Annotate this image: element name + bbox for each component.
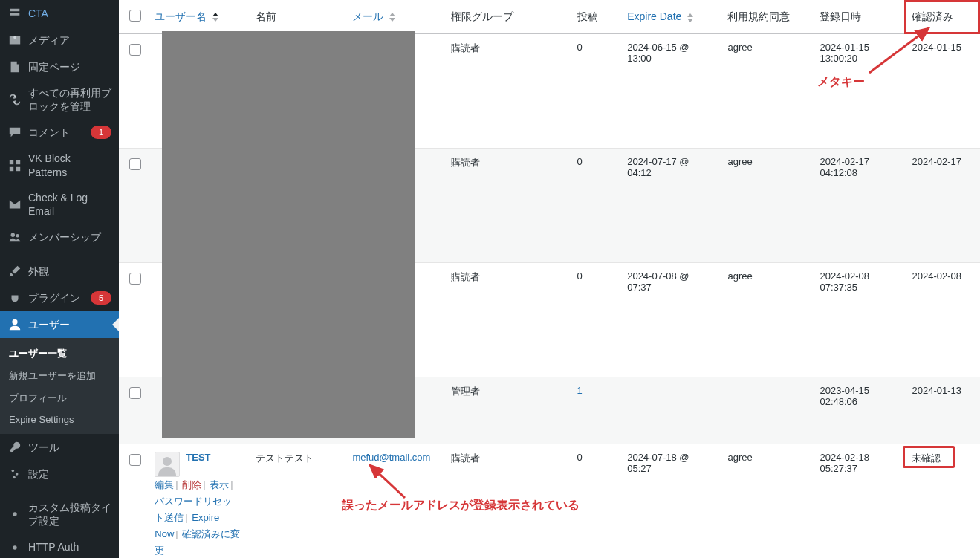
row-checkbox[interactable] bbox=[129, 387, 141, 399]
brush-icon bbox=[7, 264, 22, 279]
sort-indicator-icon bbox=[389, 12, 395, 22]
cell-confirmed: 2024-02-17 bbox=[904, 149, 980, 263]
email-link[interactable]: mefud@tmail.com bbox=[352, 452, 430, 463]
cell-role: 購読者 bbox=[444, 444, 569, 559]
cell-confirmed: 2024-01-13 bbox=[904, 377, 980, 444]
submenu-users-expire[interactable]: Expire Settings bbox=[0, 409, 119, 429]
table-row: TEST 編集| 削除| 表示| パスワードリセット送信| Expire Now… bbox=[119, 444, 980, 559]
submenu-users-profile[interactable]: プロフィール bbox=[0, 387, 119, 409]
sidebar-item-label: コメント bbox=[28, 126, 88, 139]
svg-point-11 bbox=[13, 513, 16, 516]
sidebar-item-http-auth[interactable]: HTTP Auth bbox=[0, 534, 119, 559]
row-checkbox[interactable] bbox=[129, 44, 141, 56]
sidebar-item-membership[interactable]: メンバーシップ bbox=[0, 224, 119, 250]
cell-registered: 2024-02-08 07:37:35 bbox=[812, 263, 904, 377]
cell-posts: 0 bbox=[570, 149, 620, 263]
sidebar-item-reusable[interactable]: すべての再利用ブロックを管理 bbox=[0, 80, 119, 119]
reusable-icon bbox=[7, 92, 22, 107]
posts-link[interactable]: 1 bbox=[577, 385, 583, 396]
page-icon bbox=[7, 59, 22, 74]
svg-point-6 bbox=[16, 234, 19, 238]
sidebar-item-users[interactable]: ユーザー bbox=[0, 311, 119, 338]
action-edit[interactable]: 編集 bbox=[155, 479, 174, 490]
username-link[interactable]: TEST bbox=[186, 452, 210, 463]
header-registered[interactable]: 登録日時 bbox=[812, 0, 904, 34]
cell-username: TEST 編集| 削除| 表示| パスワードリセット送信| Expire Now… bbox=[147, 444, 247, 559]
row-checkbox[interactable] bbox=[129, 158, 141, 170]
cell-agree: agree bbox=[720, 149, 812, 263]
cell-agree: agree bbox=[720, 444, 812, 559]
plugin-icon bbox=[7, 291, 22, 305]
sidebar-item-label: カスタム投稿タイプ設定 bbox=[28, 501, 111, 528]
header-agree[interactable]: 利用規約同意 bbox=[720, 0, 812, 34]
sidebar-item-email-log[interactable]: Check & Log Email bbox=[0, 185, 119, 224]
header-username-link[interactable]: ユーザー名 bbox=[155, 10, 207, 22]
sidebar-item-media[interactable]: メディア bbox=[0, 27, 119, 53]
sidebar-item-vk[interactable]: VK Block Patterns bbox=[0, 146, 119, 184]
submenu-users-list[interactable]: ユーザー一覧 bbox=[0, 343, 119, 365]
user-icon bbox=[7, 317, 22, 332]
sidebar-item-plugins[interactable]: プラグイン5 bbox=[0, 285, 119, 311]
comment-icon bbox=[7, 125, 22, 140]
comments-badge: 1 bbox=[91, 126, 111, 139]
header-email-link[interactable]: メール bbox=[352, 10, 383, 22]
sidebar-item-label: CTA bbox=[28, 7, 111, 20]
cell-registered: 2024-02-18 05:27:37 bbox=[812, 444, 904, 559]
sidebar-item-appearance[interactable]: 外観 bbox=[0, 258, 119, 285]
cell-posts: 0 bbox=[570, 263, 620, 377]
row-actions: 編集| 削除| 表示| パスワードリセット送信| Expire Now| 確認済… bbox=[155, 477, 240, 558]
sidebar-item-label: 外観 bbox=[28, 265, 111, 278]
cell-registered: 2024-02-17 04:12:08 bbox=[812, 149, 904, 263]
cell-posts: 1 bbox=[570, 377, 620, 444]
sidebar-item-label: Check & Log Email bbox=[28, 191, 111, 218]
header-email[interactable]: メール bbox=[345, 0, 444, 34]
header-expire[interactable]: Expire Date bbox=[620, 0, 720, 34]
header-confirmed[interactable]: 確認済み bbox=[904, 0, 980, 34]
gear-icon bbox=[7, 540, 22, 555]
action-delete[interactable]: 削除 bbox=[182, 479, 201, 490]
sidebar-item-cta[interactable]: CTA bbox=[0, 0, 119, 27]
sidebar-item-settings[interactable]: 設定 bbox=[0, 461, 119, 487]
sidebar-item-pages[interactable]: 固定ページ bbox=[0, 53, 119, 80]
sidebar-item-tools[interactable]: ツール bbox=[0, 434, 119, 461]
sidebar-item-label: プラグイン bbox=[28, 291, 88, 305]
svg-point-5 bbox=[11, 233, 15, 237]
cell-role: 購読者 bbox=[444, 149, 569, 263]
sidebar-item-label: メンバーシップ bbox=[28, 230, 111, 244]
sort-indicator-icon bbox=[212, 12, 218, 22]
users-list-content: ユーザー名 名前 メール 権限グループ 投稿 Expire Date 利用規約同… bbox=[119, 0, 980, 558]
gear-icon bbox=[7, 507, 22, 522]
header-name[interactable]: 名前 bbox=[248, 0, 345, 34]
sidebar-item-label: VK Block Patterns bbox=[28, 152, 111, 178]
table-header-row: ユーザー名 名前 メール 権限グループ 投稿 Expire Date 利用規約同… bbox=[119, 0, 980, 34]
sidebar-item-label: 設定 bbox=[28, 467, 111, 481]
sidebar-submenu-users: ユーザー一覧 新規ユーザーを追加 プロフィール Expire Settings bbox=[0, 338, 119, 434]
svg-rect-1 bbox=[10, 160, 13, 163]
header-posts[interactable]: 投稿 bbox=[570, 0, 620, 34]
cell-role: 購読者 bbox=[444, 263, 569, 377]
cell-registered: 2024-01-15 13:00:20 bbox=[812, 34, 904, 149]
sidebar-item-label: メディア bbox=[28, 33, 111, 47]
row-checkbox[interactable] bbox=[129, 454, 141, 466]
sidebar-item-cpt[interactable]: カスタム投稿タイプ設定 bbox=[0, 495, 119, 533]
header-expire-link[interactable]: Expire Date bbox=[627, 10, 681, 22]
cell-role: 購読者 bbox=[444, 34, 569, 149]
sidebar-item-comments[interactable]: コメント1 bbox=[0, 119, 119, 146]
cell-confirmed: 2024-02-08 bbox=[904, 263, 980, 377]
header-checkbox[interactable] bbox=[119, 0, 147, 34]
header-username[interactable]: ユーザー名 bbox=[147, 0, 247, 34]
cell-agree: agree bbox=[720, 263, 812, 377]
cell-posts: 0 bbox=[570, 444, 620, 559]
action-view[interactable]: 表示 bbox=[210, 479, 229, 490]
cell-agree: agree bbox=[720, 34, 812, 149]
cell-confirmed: 未確認 bbox=[904, 444, 980, 559]
cell-posts: 0 bbox=[570, 34, 620, 149]
header-role[interactable]: 権限グループ bbox=[444, 0, 569, 34]
submenu-users-add[interactable]: 新規ユーザーを追加 bbox=[0, 365, 119, 387]
cell-registered: 2023-04-15 02:48:06 bbox=[812, 377, 904, 444]
cell-expire: 2024-07-08 @ 07:37 bbox=[620, 263, 720, 377]
sliders-icon bbox=[7, 467, 22, 481]
select-all-checkbox[interactable] bbox=[129, 10, 141, 22]
redaction-block bbox=[162, 31, 415, 438]
row-checkbox[interactable] bbox=[129, 273, 141, 285]
